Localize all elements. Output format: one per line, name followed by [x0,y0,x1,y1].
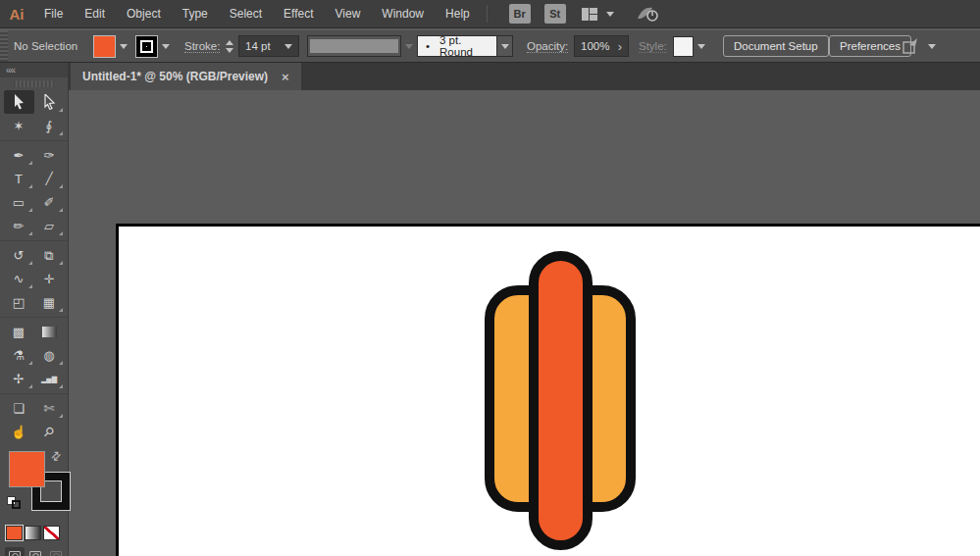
shaper-tool[interactable]: ✏ [4,214,34,237]
hotdog-sausage-shape[interactable] [529,251,593,550]
graphic-style-swatch[interactable] [673,36,694,57]
mesh-tool[interactable]: ▩ [4,320,34,343]
direct-selection-arrow-icon [43,94,56,110]
rotate-tool[interactable]: ↺ [4,243,34,267]
scale-tool[interactable]: ⧉ [34,243,65,267]
lasso-tool[interactable]: ∮ [34,114,65,137]
stroke-weight-stepper[interactable] [224,40,235,53]
width-tool[interactable]: ∿ [4,267,34,290]
eyedropper-tool[interactable]: ⚗ [4,343,34,367]
column-graph-tool[interactable]: ▂▅▇ [34,367,65,390]
collapse-panel-icon[interactable]: «« [6,65,15,76]
perspective-grid-icon: ▦ [43,296,55,309]
selection-tool[interactable] [4,90,34,114]
rectangle-icon: ▭ [13,196,25,209]
slice-tool[interactable]: ✄ [34,396,65,420]
fill-color-dropdown[interactable] [116,44,130,49]
stroke-weight-value: 14 pt [245,40,271,52]
preferences-button[interactable]: Preferences [829,35,911,57]
mesh-icon: ▩ [13,326,25,338]
color-button[interactable] [6,526,23,540]
default-fill-stroke-icon[interactable] [7,496,23,510]
menu-type[interactable]: Type [172,0,219,27]
close-icon[interactable]: × [282,70,289,84]
selection-status: No Selection [14,40,77,52]
rectangle-tool[interactable]: ▭ [4,190,34,214]
hand-icon: ☝ [11,426,26,438]
menu-select[interactable]: Select [219,0,273,27]
puppet-warp-tool[interactable]: ✛ [34,267,65,290]
draw-inside-button[interactable] [46,547,66,556]
curvature-tool[interactable]: ✑ [34,143,65,167]
opacity-input[interactable]: 100% › [574,35,629,57]
width-profile-preview [310,39,398,53]
line-segment-tool[interactable]: ╱ [34,167,65,190]
menu-view[interactable]: View [325,0,372,27]
brush-definition-dropdown[interactable]: • 3 pt. Round [417,35,497,57]
variable-width-profile-dropdown [307,35,401,57]
draw-normal-button[interactable] [5,547,25,556]
symbol-sprayer-tool[interactable]: ✢ [4,367,34,390]
blend-tool[interactable]: ◍ [34,343,65,367]
chevron-down-icon [501,44,509,49]
document-tab[interactable]: Untitled-1* @ 50% (RGB/Preview) × [71,63,301,90]
chevron-down-icon [405,44,413,49]
document-tab-title: Untitled-1* @ 50% (RGB/Preview) [82,70,268,83]
shaper-icon: ✏ [14,220,25,232]
hand-tool[interactable]: ☝ [4,420,34,443]
brush-definition-value: 3 pt. Round [439,34,489,58]
menu-window[interactable]: Window [371,0,435,27]
gradient-button[interactable] [25,526,41,540]
draw-behind-button[interactable] [26,547,45,556]
tools-panel: «« ✶ ∮ ✒ ✑ T ╱ ▭ ✐ ✏ ▱ [0,63,69,556]
style-panel-link[interactable]: Style: [639,40,667,53]
swap-fill-stroke-icon[interactable]: ⇄ [48,447,65,464]
eraser-icon: ▱ [44,220,54,232]
type-tool[interactable]: T [4,167,34,190]
opacity-panel-link[interactable]: Opacity: [527,40,568,53]
document-setup-button[interactable]: Document Setup [723,35,829,57]
stroke-color-dropdown[interactable] [158,44,173,49]
stroke-weight-input[interactable]: 14 pt [238,35,299,57]
tools-panel-grip[interactable] [14,79,54,88]
chevron-down-icon [284,44,292,49]
menu-edit[interactable]: Edit [74,0,116,27]
menu-object[interactable]: Object [116,0,172,27]
shape-builder-tool[interactable]: ◰ [4,290,34,314]
magic-wand-tool[interactable]: ✶ [4,114,34,137]
width-icon: ∿ [14,273,25,285]
curvature-icon: ✑ [44,149,55,162]
eraser-tool[interactable]: ▱ [34,214,65,237]
selection-arrow-icon [13,94,26,110]
perspective-grid-tool[interactable]: ▦ [34,290,65,314]
fill-stroke-widget: ⇄ [0,449,68,518]
gradient-icon [42,327,57,337]
menu-file[interactable]: File [33,0,74,27]
stroke-panel-link[interactable]: Stroke: [184,40,220,53]
direct-selection-tool[interactable] [34,90,65,114]
stroke-color-swatch[interactable] [135,35,158,58]
paintbrush-icon: ✐ [44,196,55,209]
artboard-tool[interactable]: ❏ [4,396,34,420]
brush-definition-chevron[interactable] [497,35,513,57]
menu-effect[interactable]: Effect [273,0,324,27]
gpu-performance-button[interactable] [636,5,659,23]
bridge-button[interactable]: Br [509,4,531,24]
none-button[interactable] [43,526,60,540]
fill-color-swatch[interactable] [93,35,116,58]
workspace-switcher-button[interactable] [582,8,614,21]
paintbrush-tool[interactable]: ✐ [34,190,65,214]
chevron-down-icon [928,44,936,49]
arrange-documents-icon[interactable] [901,36,922,56]
zoom-tool[interactable]: ⚲ [34,420,65,443]
fill-swatch[interactable] [9,451,45,487]
pen-icon: ✒ [14,149,25,162]
control-bar-grip[interactable] [0,30,8,62]
pen-tool[interactable]: ✒ [4,143,34,167]
stock-button[interactable]: St [544,4,566,24]
menu-help[interactable]: Help [435,0,481,27]
workspace-grid-icon [582,8,598,21]
gradient-tool[interactable] [34,320,65,343]
graphic-style-dropdown[interactable] [694,44,708,49]
drawing-modes-row [0,547,68,556]
